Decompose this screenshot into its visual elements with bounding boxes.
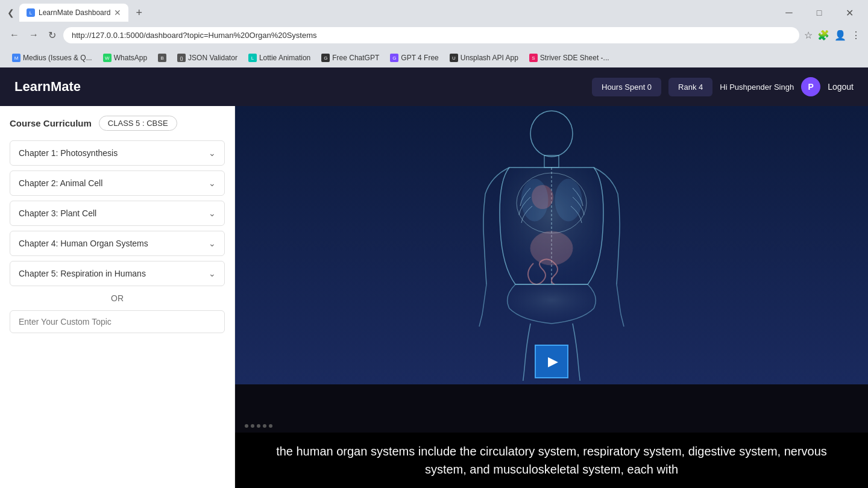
bookmark-chatgpt[interactable]: G Free ChatGPT [316, 52, 384, 63]
new-tab-button[interactable]: + [131, 5, 147, 20]
bookmark-json-icon: {} [177, 54, 186, 62]
class-badge: CLASS 5 : CBSE [99, 116, 177, 131]
chapter-1-chevron-icon: ⌄ [209, 148, 216, 158]
main-content: ▶ the human organ systems include [235, 106, 868, 488]
progress-dot [257, 424, 260, 428]
address-icons: ☆ 🧩 👤 ⋮ [804, 30, 861, 41]
svg-point-7 [521, 179, 548, 221]
chapter-5-label: Chapter 5: Respiration in Humans [19, 269, 146, 278]
subtitle-text: the human organ systems include the circ… [276, 445, 827, 476]
bookmark-b-icon: B [158, 54, 166, 62]
chapter-3-chevron-icon: ⌄ [209, 208, 216, 218]
bookmark-json-label: JSON Validator [188, 54, 237, 62]
bookmark-gpt4[interactable]: G GPT 4 Free [385, 52, 443, 63]
bookmark-striver[interactable]: S Striver SDE Sheet -... [524, 52, 614, 63]
tab-close-button[interactable]: ✕ [114, 8, 121, 17]
avatar: P [801, 77, 820, 96]
chapter-4-item[interactable]: Chapter 4: Human Organ Systems ⌄ [10, 231, 225, 256]
chapter-5-chevron-icon: ⌄ [209, 269, 216, 278]
video-controls [235, 384, 868, 433]
bookmark-striver-label: Striver SDE Sheet -... [540, 54, 609, 62]
minimize-button[interactable]: ─ [775, 4, 803, 21]
subtitle-bar: the human organ systems include the circ… [235, 433, 868, 488]
bookmark-gpt4-label: GPT 4 Free [401, 54, 438, 62]
chapter-1-item[interactable]: Chapter 1: Photosynthesis ⌄ [10, 140, 225, 166]
navbar-right: Hours Spent 0 Rank 4 Hi Pushpender Singh… [592, 77, 854, 96]
bookmark-lottie-label: Lottie Animation [259, 54, 310, 62]
tab-group-button[interactable]: ❮ [5, 7, 17, 19]
chapter-2-item[interactable]: Chapter 2: Animal Cell ⌄ [10, 170, 225, 196]
chapter-1-label: Chapter 1: Photosynthesis [19, 148, 118, 158]
bookmark-medius-icon: M [12, 54, 20, 62]
logo: LearnMate [14, 79, 81, 95]
progress-dot [263, 424, 266, 428]
tab-favicon: L [27, 8, 35, 17]
progress-dot [269, 424, 272, 428]
bookmark-whatsapp-label: WhatsApp [114, 54, 147, 62]
window-controls: ─ □ ✕ [775, 4, 863, 21]
chapter-3-item[interactable]: Chapter 3: Plant Cell ⌄ [10, 201, 225, 226]
bookmark-unsplash[interactable]: U Unsplash API App [445, 52, 523, 63]
sidebar: Course Curriculum CLASS 5 : CBSE Chapter… [0, 106, 235, 488]
svg-text:L: L [30, 10, 33, 16]
url-input[interactable] [63, 27, 799, 43]
chapter-5-item[interactable]: Chapter 5: Respiration in Humans ⌄ [10, 261, 225, 286]
active-tab[interactable]: L LearnMate Dashboard ✕ [19, 4, 128, 22]
chapter-3-label: Chapter 3: Plant Cell [19, 208, 96, 218]
video-background [235, 106, 868, 384]
bookmark-unsplash-icon: U [450, 54, 458, 62]
bookmark-chatgpt-label: Free ChatGPT [332, 54, 379, 62]
bookmark-medius-label: Medius (Issues & Q... [23, 54, 92, 62]
menu-icon[interactable]: ⋮ [851, 30, 861, 41]
play-button[interactable]: ▶ [535, 345, 568, 378]
hours-spent-stat: Hours Spent 0 [592, 78, 661, 96]
bookmark-medius[interactable]: M Medius (Issues & Q... [7, 52, 97, 63]
video-container: ▶ [235, 106, 868, 433]
bookmark-b[interactable]: B [153, 52, 171, 63]
bookmark-gpt4-icon: G [390, 54, 398, 62]
browser-chrome: ❮ L LearnMate Dashboard ✕ + ─ □ ✕ ← → ↻ … [0, 0, 868, 67]
progress-dots [245, 424, 858, 428]
extension-icon[interactable]: 🧩 [817, 30, 829, 41]
chapter-4-chevron-icon: ⌄ [209, 239, 216, 248]
address-bar: ← → ↻ ☆ 🧩 👤 ⋮ [0, 22, 868, 48]
bookmark-lottie-icon: L [248, 54, 257, 62]
chapter-4-label: Chapter 4: Human Organ Systems [19, 239, 148, 248]
close-button[interactable]: ✕ [835, 4, 863, 21]
play-icon: ▶ [548, 354, 558, 369]
or-divider: OR [10, 293, 225, 303]
bookmark-whatsapp-icon: W [103, 54, 112, 62]
bookmark-chatgpt-icon: G [321, 54, 330, 62]
human-body-illustration [437, 110, 666, 381]
maximize-button[interactable]: □ [805, 4, 833, 21]
rank-stat: Rank 4 [668, 78, 712, 96]
logout-button[interactable]: Logout [828, 82, 854, 92]
progress-dot [251, 424, 254, 428]
svg-point-2 [530, 111, 573, 157]
bookmark-json[interactable]: {} JSON Validator [172, 52, 242, 63]
app: LearnMate Hours Spent 0 Rank 4 Hi Pushpe… [0, 67, 868, 488]
forward-button[interactable]: → [27, 27, 41, 43]
chapter-2-chevron-icon: ⌄ [209, 178, 216, 188]
bookmark-icon[interactable]: ☆ [804, 30, 813, 41]
svg-point-8 [555, 179, 582, 221]
content-area: Course Curriculum CLASS 5 : CBSE Chapter… [0, 106, 868, 488]
reload-button[interactable]: ↻ [46, 27, 58, 43]
tab-bar: ❮ L LearnMate Dashboard ✕ + ─ □ ✕ [0, 0, 868, 22]
custom-topic-input[interactable] [10, 310, 225, 333]
svg-point-9 [530, 231, 573, 265]
navbar: LearnMate Hours Spent 0 Rank 4 Hi Pushpe… [0, 67, 868, 106]
chapter-2-label: Chapter 2: Animal Cell [19, 178, 102, 188]
sidebar-header: Course Curriculum CLASS 5 : CBSE [10, 116, 225, 131]
user-greeting: Hi Pushpender Singh [720, 83, 794, 92]
profile-icon[interactable]: 👤 [834, 30, 846, 41]
sidebar-title: Course Curriculum [10, 118, 92, 128]
back-button[interactable]: ← [7, 27, 22, 43]
bookmarks-bar: M Medius (Issues & Q... W WhatsApp B {} … [0, 48, 868, 67]
bookmark-lottie[interactable]: L Lottie Animation [244, 52, 315, 63]
svg-rect-3 [544, 155, 559, 167]
progress-dot [245, 424, 248, 428]
bookmark-whatsapp[interactable]: W WhatsApp [98, 52, 152, 63]
tab-title: LearnMate Dashboard [39, 8, 110, 17]
bookmark-unsplash-label: Unsplash API App [461, 54, 518, 62]
